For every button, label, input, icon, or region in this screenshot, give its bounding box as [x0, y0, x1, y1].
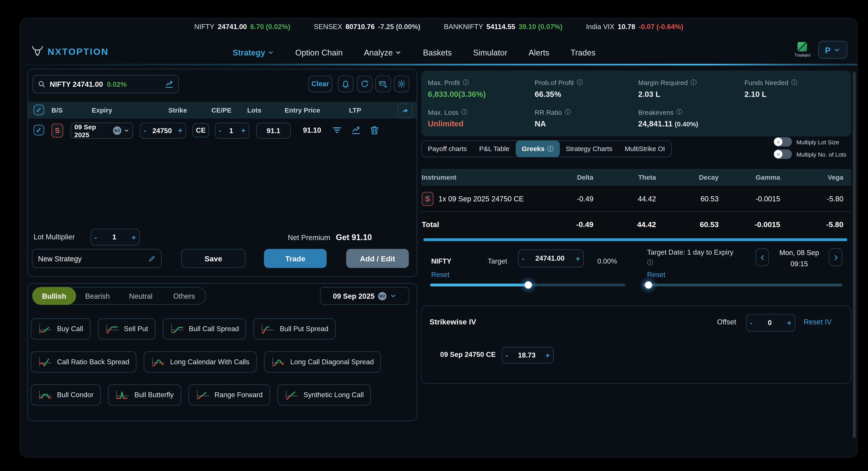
- target-price-slider[interactable]: [430, 284, 625, 287]
- profile-menu-button[interactable]: P: [818, 41, 847, 59]
- expiry-dropdown[interactable]: 09 Sep 2025 W2: [70, 123, 133, 139]
- slider-thumb[interactable]: [524, 281, 532, 288]
- share-strategy-button[interactable]: [398, 103, 413, 118]
- refresh-button[interactable]: [357, 75, 372, 92]
- date-prev-button[interactable]: [756, 248, 769, 266]
- tab-bullish[interactable]: Bullish: [32, 287, 76, 305]
- nav-item-option-chain[interactable]: Option Chain: [295, 48, 343, 57]
- info-icon[interactable]: ⓘ: [691, 78, 697, 87]
- info-icon[interactable]: ⓘ: [463, 78, 469, 87]
- strategy-card-bull-condor[interactable]: Bull Condor: [31, 384, 101, 406]
- broker-label: Tradejini: [795, 53, 810, 58]
- sell-side-badge[interactable]: S: [52, 124, 63, 138]
- nav-item-analyze[interactable]: Analyze: [364, 48, 402, 57]
- slider-thumb[interactable]: [645, 281, 652, 288]
- info-icon[interactable]: ⓘ: [461, 108, 468, 117]
- clear-button[interactable]: Clear: [308, 75, 333, 92]
- trade-button[interactable]: Trade: [264, 249, 327, 268]
- row-chart-icon[interactable]: [351, 125, 362, 135]
- positions-table-header: ✓ B/S Expiry Strike CE/PE Lots Entry Pri…: [28, 102, 417, 119]
- broker-badge[interactable]: Tradejini: [795, 42, 810, 58]
- iv-minus-button[interactable]: -: [502, 351, 512, 359]
- tab-others[interactable]: Others: [162, 287, 206, 305]
- sentiment-tabs: Bullish Bearish Neutral Others: [32, 287, 207, 305]
- lot-multiplier-value[interactable]: 1: [100, 233, 128, 241]
- margin-button[interactable]: [375, 75, 391, 92]
- tab-bearish[interactable]: Bearish: [76, 287, 119, 305]
- tab-multistrike-oi[interactable]: MultiStrike OI: [619, 140, 671, 157]
- chevron-down-icon: [123, 128, 129, 134]
- multiply-no-of-lots-toggle[interactable]: ×: [774, 150, 792, 159]
- strategy-card-synthetic-long-call[interactable]: Synthetic Long Call: [277, 384, 371, 406]
- tab-payoff-charts[interactable]: Payoff charts: [422, 140, 473, 157]
- delete-row-icon[interactable]: [369, 125, 380, 135]
- tab-greeks[interactable]: Greeksⓘ: [516, 140, 560, 157]
- target-value[interactable]: 24741.00: [528, 255, 572, 262]
- target-date-slider[interactable]: [643, 284, 842, 287]
- lot-multiplier-minus-button[interactable]: -: [91, 233, 100, 242]
- info-icon[interactable]: ⓘ: [577, 78, 583, 87]
- offset-minus-button[interactable]: -: [747, 319, 756, 327]
- horizontal-scrollbar[interactable]: [424, 238, 847, 241]
- strike-plus-button[interactable]: +: [175, 126, 186, 135]
- stat-max-profit: Max. Profitⓘ 6,833.00(3.36%): [428, 78, 486, 98]
- select-all-checkbox[interactable]: ✓: [34, 105, 44, 116]
- gear-icon: [397, 80, 406, 88]
- offset-value[interactable]: 0: [756, 319, 784, 327]
- iv-plus-button[interactable]: +: [542, 351, 553, 359]
- target-date-reset-link[interactable]: Reset: [647, 271, 665, 279]
- lots-minus-button[interactable]: -: [215, 126, 225, 135]
- info-icon[interactable]: ⓘ: [676, 108, 683, 117]
- brand-logo[interactable]: NXTOPTION: [31, 45, 109, 58]
- nav-item-strategy[interactable]: Strategy: [232, 48, 274, 57]
- entry-price-input[interactable]: 91.1: [256, 123, 291, 139]
- iv-value[interactable]: 18.73: [512, 351, 542, 359]
- strategy-card-long-call-diagonal-spread[interactable]: Long Call Diagonal Spread: [264, 351, 381, 373]
- offset-plus-button[interactable]: +: [784, 319, 795, 327]
- lots-value[interactable]: 1: [224, 127, 238, 134]
- lots-plus-button[interactable]: +: [238, 126, 249, 135]
- chart-icon[interactable]: [164, 80, 174, 89]
- strategy-card-bull-butterfly[interactable]: Bull Butterfly: [108, 384, 181, 406]
- option-type-chip[interactable]: CE: [192, 123, 209, 137]
- multiply-lot-size-toggle[interactable]: ×: [774, 137, 792, 147]
- ticker-change: -0.07 (-0.64%): [639, 23, 683, 31]
- info-icon[interactable]: ⓘ: [647, 258, 653, 267]
- strategy-card-bull-call-spread[interactable]: Bull Call Spread: [163, 318, 246, 340]
- strategy-card-long-calendar-with-calls[interactable]: Long Calendar With Calls: [144, 351, 257, 373]
- target-reset-link[interactable]: Reset: [431, 271, 450, 279]
- strategies-expiry-dropdown[interactable]: 09 Sep 2025 W2: [320, 287, 409, 305]
- target-minus-button[interactable]: -: [519, 254, 528, 263]
- nav-item-simulator[interactable]: Simulator: [473, 48, 507, 57]
- tab-pl-table[interactable]: P&L Table: [473, 140, 516, 157]
- info-icon[interactable]: ⓘ: [791, 78, 798, 87]
- nav-item-alerts[interactable]: Alerts: [529, 48, 550, 57]
- tab-strategy-charts[interactable]: Strategy Charts: [559, 140, 618, 157]
- lot-multiplier-plus-button[interactable]: +: [128, 233, 140, 242]
- strike-minus-button[interactable]: -: [141, 126, 150, 135]
- vertical-scrollbar[interactable]: [853, 72, 856, 438]
- alerts-button[interactable]: [338, 75, 353, 92]
- tab-neutral[interactable]: Neutral: [119, 287, 163, 305]
- save-button[interactable]: Save: [181, 249, 246, 268]
- strategy-card-bull-put-spread[interactable]: Bull Put Spread: [253, 318, 336, 340]
- settings-button[interactable]: [394, 75, 409, 92]
- nav-item-trades[interactable]: Trades: [570, 48, 595, 57]
- date-next-button[interactable]: [829, 248, 842, 266]
- filter-lines-icon[interactable]: [332, 125, 342, 135]
- strategy-card-call-ratio-back-spread[interactable]: Call Ratio Back Spread: [31, 351, 137, 373]
- target-plus-button[interactable]: +: [572, 254, 583, 263]
- info-icon[interactable]: ⓘ: [565, 108, 571, 117]
- instrument-search[interactable]: NIFTY 24741.00 0.02%: [32, 75, 179, 94]
- reset-iv-link[interactable]: Reset IV: [804, 318, 832, 326]
- multiply-no-of-lots-toggle-row: × Multiply No. of Lots: [774, 150, 846, 159]
- strategy-card-sell-put[interactable]: Sell Put: [97, 318, 155, 340]
- strategy-name-input[interactable]: New Strategy: [32, 249, 162, 268]
- add-edit-button[interactable]: Add / Edit: [346, 249, 409, 268]
- row-checkbox[interactable]: ✓: [34, 125, 44, 135]
- strategy-card-buy-call[interactable]: Buy Call: [31, 318, 90, 340]
- strike-value[interactable]: 24750: [149, 127, 175, 134]
- strategy-card-range-forward[interactable]: Range Forward: [188, 384, 270, 406]
- nav-item-baskets[interactable]: Baskets: [423, 48, 452, 57]
- ticker-banknifty: BANKNIFTY 54114.55 39.10 (0.07%): [444, 23, 562, 31]
